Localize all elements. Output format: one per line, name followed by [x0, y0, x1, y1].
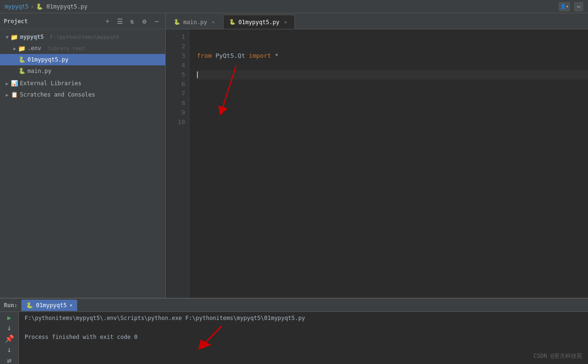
title-bar: mypyqt5 › 🐍 01mypyqt5.py 👤▾ ▭	[0, 0, 588, 13]
code-line-2	[197, 42, 588, 51]
folder-icon-mypyqt5: 📁	[10, 33, 18, 41]
settings-button[interactable]: ⚙	[140, 17, 149, 26]
breadcrumb: mypyqt5 › 🐍 01mypyqt5.py	[5, 3, 88, 10]
run-play-button[interactable]: ▶	[4, 314, 15, 321]
tab-close-mainpy[interactable]: ✕	[210, 19, 217, 26]
sidebar-label-01mypyqt5: 01mypyqt5.py	[27, 56, 69, 63]
run-panel: Run: 🐍 01mypyqt5 ✕ ▶ ↓ 📌 ↓ ⇄ F:\pythonit…	[0, 298, 588, 364]
run-label: Run:	[4, 302, 18, 309]
sidebar-toolbar: Project ＋ ☰ ⇅ ⚙ −	[0, 13, 165, 29]
keyword-import: import	[249, 51, 271, 61]
main-area: Project ＋ ☰ ⇅ ⚙ − ▼ 📁 mypyqt5 F:\pythoni…	[0, 13, 588, 298]
sidebar: Project ＋ ☰ ⇅ ⚙ − ▼ 📁 mypyqt5 F:\pythoni…	[0, 13, 166, 298]
code-line-8	[197, 98, 588, 108]
tab-icon-mainpy: 🐍	[174, 19, 180, 25]
sidebar-label-mypyqt5: mypyqt5 F:\pythonitems\mypyqt5	[20, 34, 119, 40]
sidebar-label-ext-libs: External Libraries	[20, 80, 81, 87]
run-scroll-down-button[interactable]: ↓	[4, 323, 15, 332]
tab-label-01mypyqt5: 01mypyqt5.py	[239, 19, 280, 26]
tab-01mypyqt5[interactable]: 🐍 01mypyqt5.py ✕	[223, 15, 295, 29]
breadcrumb-file: 🐍 01mypyqt5.py	[36, 3, 88, 10]
code-content[interactable]: from PyQt5.Qt import *	[189, 29, 588, 298]
file-icon-01mypyqt5: 🐍	[18, 56, 26, 63]
sidebar-title: Project	[4, 18, 100, 25]
run-output-line-3: Process finished with exit code 0	[25, 333, 582, 341]
text-cursor	[197, 71, 198, 78]
ext-libs-icon: 📊	[10, 80, 18, 87]
file-icon-mainpy: 🐍	[18, 67, 26, 75]
breadcrumb-separator: ›	[31, 3, 34, 10]
account-button[interactable]: 👤▾	[559, 2, 570, 11]
run-tab-icon: 🐍	[26, 302, 33, 309]
sidebar-label-mainpy: main.py	[27, 68, 52, 74]
run-pin-button[interactable]: 📌	[4, 334, 15, 343]
title-right: 👤▾ ▭	[559, 2, 583, 11]
tree-arrow-ext-libs: ▶	[4, 81, 10, 86]
sidebar-item-external-libraries[interactable]: ▶ 📊 External Libraries	[0, 78, 165, 89]
run-tab-01mypyqt5[interactable]: 🐍 01mypyqt5 ✕	[21, 300, 77, 311]
tab-bar: 🐍 main.py ✕ 🐍 01mypyqt5.py ✕	[166, 13, 588, 29]
tab-close-01mypyqt5[interactable]: ✕	[282, 19, 289, 26]
sidebar-label-env: .env library root	[27, 45, 85, 52]
code-editor[interactable]: 1 2 3 4 5 6 7 8 9 10 from PyQt5.Qt impor…	[166, 29, 588, 298]
tab-icon-01mypyqt5: 🐍	[229, 19, 236, 25]
line-numbers: 1 2 3 4 5 6 7 8 9 10	[166, 29, 189, 298]
run-output-line-2	[25, 322, 582, 331]
sort-button[interactable]: ⇅	[127, 17, 137, 26]
breadcrumb-project[interactable]: mypyqt5	[5, 3, 29, 10]
sidebar-item-mainpy[interactable]: 🐍 main.py	[0, 65, 165, 77]
list-button[interactable]: ☰	[115, 17, 125, 26]
folder-icon-env: 📁	[18, 44, 26, 52]
run-output-line-1: F:\pythonitems\mypyqt5\.env\Scripts\pyth…	[25, 314, 582, 322]
run-tab-close[interactable]: ✕	[70, 302, 72, 308]
sidebar-item-mypyqt5[interactable]: ▼ 📁 mypyqt5 F:\pythonitems\mypyqt5	[0, 31, 165, 43]
keyword-from: from	[197, 51, 212, 61]
run-redirect-button[interactable]: ⇄	[4, 356, 15, 364]
tab-mainpy[interactable]: 🐍 main.py ✕	[168, 15, 223, 29]
code-line-3: from PyQt5.Qt import *	[197, 51, 588, 61]
code-line-9	[197, 108, 588, 117]
code-line-7	[197, 89, 588, 98]
run-down2-button[interactable]: ↓	[4, 345, 15, 354]
tree-arrow-scratches: ▶	[4, 92, 10, 98]
sidebar-item-01mypyqt5[interactable]: 🐍 01mypyqt5.py	[0, 54, 165, 65]
sidebar-label-scratches: Scratches and Consoles	[20, 91, 95, 98]
code-line-5	[197, 70, 588, 80]
collapse-button[interactable]: −	[152, 17, 161, 26]
tree-arrow-env: ▶	[11, 46, 18, 51]
scratches-icon: 📋	[10, 91, 18, 98]
run-tab-bar: Run: 🐍 01mypyqt5 ✕	[0, 299, 588, 312]
editor-area: 🐍 main.py ✕ 🐍 01mypyqt5.py ✕ 1 2 3 4 5 6…	[166, 13, 588, 298]
sidebar-item-env[interactable]: ▶ 📁 .env library root	[0, 43, 165, 54]
code-line-1	[197, 32, 588, 42]
run-sidebar: ▶ ↓ 📌 ↓ ⇄	[0, 312, 19, 364]
tab-label-mainpy: main.py	[183, 19, 207, 26]
code-line-6	[197, 80, 588, 89]
run-tab-label: 01mypyqt5	[36, 302, 67, 309]
watermark: CSDN @景天科技苑	[534, 352, 582, 360]
add-file-button[interactable]: ＋	[103, 17, 112, 26]
run-content: ▶ ↓ 📌 ↓ ⇄ F:\pythonitems\mypyqt5\.env\Sc…	[0, 312, 588, 364]
code-line-4	[197, 61, 588, 70]
tree-arrow-mypyqt5: ▼	[4, 35, 10, 40]
run-output: F:\pythonitems\mypyqt5\.env\Scripts\pyth…	[19, 312, 588, 364]
sidebar-item-scratches[interactable]: ▶ 📋 Scratches and Consoles	[0, 89, 165, 100]
code-line-10	[197, 117, 588, 127]
expand-button[interactable]: ▭	[574, 2, 583, 11]
sidebar-tree: ▼ 📁 mypyqt5 F:\pythonitems\mypyqt5 ▶ 📁 .…	[0, 29, 165, 298]
